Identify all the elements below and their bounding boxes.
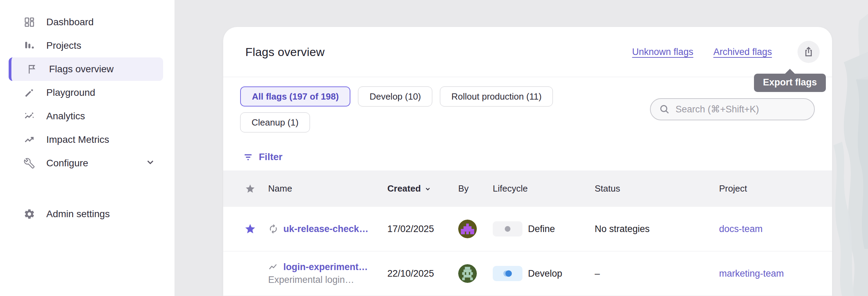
- sidebar-item-analytics[interactable]: Analytics: [0, 104, 174, 128]
- sidebar: Dashboard Projects Flags overview Playgr…: [0, 0, 174, 296]
- unknown-flags-link[interactable]: Unknown flags: [632, 47, 693, 57]
- sidebar-item-admin-settings[interactable]: Admin settings: [0, 202, 174, 226]
- trending-up-icon: [23, 134, 35, 146]
- analytics-icon: [23, 110, 35, 122]
- avatar: [458, 264, 477, 283]
- column-header-status: Status: [588, 183, 712, 194]
- export-icon: [803, 46, 814, 58]
- wrench-icon: [23, 157, 35, 169]
- sidebar-item-playground[interactable]: Playground: [0, 81, 174, 104]
- dashboard-icon: [23, 16, 35, 28]
- export-flags-button[interactable]: [798, 41, 820, 63]
- sidebar-item-label: Impact Metrics: [46, 134, 109, 145]
- sidebar-item-flags-overview[interactable]: Flags overview: [9, 57, 163, 81]
- sidebar-item-impact-metrics[interactable]: Impact Metrics: [0, 128, 174, 151]
- tooltip-arrow: [785, 69, 795, 74]
- column-header-lifecycle: Lifecycle: [486, 183, 588, 194]
- flag-name-link[interactable]: uk-release-check…: [283, 224, 368, 234]
- sidebar-item-label: Analytics: [46, 111, 85, 122]
- table-row[interactable]: login-experiment… Experimental login… 22…: [223, 251, 832, 296]
- page-title: Flags overview: [245, 45, 325, 59]
- sidebar-item-label: Configure: [46, 158, 88, 169]
- gear-icon: [23, 208, 35, 220]
- created-by-cell: [451, 220, 486, 238]
- search-input[interactable]: [676, 104, 806, 115]
- sidebar-item-configure[interactable]: Configure: [0, 151, 174, 175]
- flag-icon: [26, 63, 38, 75]
- flag-name-link[interactable]: login-experiment…: [283, 262, 368, 272]
- release-sync-icon: [268, 224, 279, 234]
- project-link[interactable]: marketing-team: [712, 268, 832, 279]
- sidebar-item-label: Flags overview: [49, 64, 114, 75]
- develop-dots-icon: [501, 269, 515, 278]
- projects-icon: [23, 40, 35, 52]
- chip-develop[interactable]: Develop (10): [358, 86, 432, 107]
- star-icon: [245, 184, 255, 194]
- favorite-toggle[interactable]: [239, 223, 261, 235]
- column-header-by: By: [451, 183, 486, 194]
- sidebar-item-label: Projects: [46, 40, 81, 51]
- status-cell: No strategies: [588, 224, 712, 234]
- sidebar-item-label: Admin settings: [46, 209, 110, 220]
- search-icon: [659, 104, 670, 115]
- lifecycle-develop-badge: [493, 266, 522, 281]
- column-header-project: Project: [712, 183, 832, 194]
- panel-header: Flags overview Unknown flags Archived fl…: [223, 27, 832, 77]
- lifecycle-label: Develop: [528, 268, 562, 279]
- filter-area: All flags (197 of 198) Develop (10) Roll…: [223, 77, 832, 170]
- chip-rollout-production[interactable]: Rollout production (11): [440, 86, 553, 107]
- table-header-row: Name Created By Lifecycle Status Project: [223, 170, 832, 207]
- star-filled-icon: [244, 223, 256, 235]
- sidebar-item-projects[interactable]: Projects: [0, 34, 174, 57]
- column-header-name: Name: [261, 183, 380, 194]
- sidebar-item-dashboard[interactable]: Dashboard: [0, 10, 174, 34]
- lifecycle-cell: Define: [486, 221, 588, 237]
- sidebar-item-label: Playground: [46, 87, 95, 98]
- experiment-chart-icon: [268, 262, 279, 272]
- flag-name-cell: login-experiment… Experimental login…: [261, 262, 380, 285]
- wand-icon: [23, 87, 35, 99]
- project-link[interactable]: docs-team: [712, 224, 832, 234]
- lifecycle-cell: Develop: [486, 266, 588, 281]
- created-cell: 17/02/2025: [380, 224, 451, 234]
- chip-all-flags[interactable]: All flags (197 of 198): [240, 86, 350, 107]
- filter-button[interactable]: Filter: [240, 151, 285, 163]
- status-cell: –: [588, 268, 712, 279]
- lifecycle-define-badge: [493, 221, 522, 237]
- table-row[interactable]: uk-release-check… 17/02/2025 Define No s…: [223, 207, 832, 251]
- column-header-created[interactable]: Created: [380, 183, 451, 194]
- flags-table: Name Created By Lifecycle Status Project…: [223, 170, 832, 296]
- search-box: [650, 98, 815, 120]
- export-flags-tooltip: Export flags: [754, 74, 826, 92]
- sidebar-item-label: Dashboard: [46, 17, 94, 28]
- sort-chevron-down-icon: [424, 185, 432, 193]
- define-dot-icon: [503, 224, 512, 234]
- chevron-down-icon: [145, 157, 155, 170]
- avatar: [458, 220, 477, 238]
- lifecycle-label: Define: [528, 224, 555, 234]
- chip-cleanup[interactable]: Cleanup (1): [240, 112, 310, 132]
- favorite-column-header[interactable]: [239, 184, 261, 194]
- flags-overview-panel: Flags overview Unknown flags Archived fl…: [223, 27, 832, 296]
- flag-description: Experimental login…: [268, 275, 380, 285]
- archived-flags-link[interactable]: Archived flags: [713, 47, 772, 57]
- filter-icon: [243, 152, 253, 162]
- flag-name-cell: uk-release-check…: [261, 224, 380, 234]
- created-cell: 22/10/2025: [380, 268, 451, 279]
- created-by-cell: [451, 264, 486, 283]
